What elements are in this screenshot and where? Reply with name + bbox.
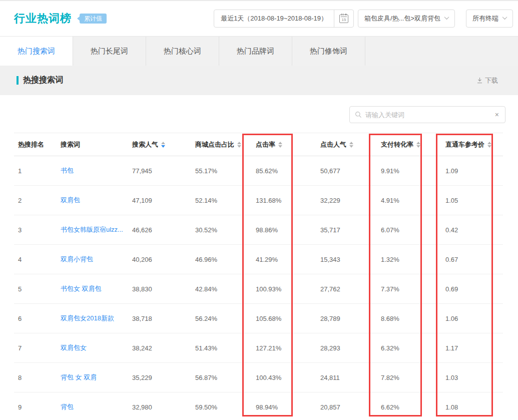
cell-click-rate: 127.21% (252, 333, 316, 363)
cell-search-popularity: 38,830 (128, 274, 191, 304)
cell-pay-conversion: 1.32% (377, 245, 441, 274)
cell-rank: 7 (14, 333, 57, 363)
search-icon (355, 111, 362, 118)
calendar-button[interactable]: 15 (334, 10, 353, 27)
sort-icon[interactable] (487, 142, 491, 148)
cell-rank: 5 (14, 274, 57, 304)
chevron-down-icon (444, 15, 449, 20)
tab-hot-modifier-words[interactable]: 热门修饰词 (292, 37, 365, 66)
table-row: 5 书包女 双肩包 38,830 42.84% 100.93% 27,762 7… (14, 274, 503, 304)
cell-ztc-price: 1.17 (441, 333, 503, 363)
cell-rank: 4 (14, 245, 57, 274)
calendar-icon: 15 (339, 15, 348, 23)
accent-bar (17, 76, 19, 85)
cell-keyword: 双肩包女 (57, 333, 128, 363)
cell-pay-conversion: 7.37% (377, 274, 441, 304)
cell-keyword: 书包 (57, 156, 128, 186)
col-header-search-popularity[interactable]: 搜索人气 (128, 133, 191, 156)
cell-click-popularity: 32,229 (316, 186, 377, 215)
sort-icon[interactable] (416, 142, 420, 148)
cell-keyword: 书包女 双肩包 (57, 274, 128, 304)
keyword-search-input[interactable] (365, 111, 494, 119)
terminal-select-label: 所有终端 (472, 14, 498, 23)
keyword-link[interactable]: 书包女 双肩包 (61, 285, 102, 292)
table-row: 2 双肩包 47,109 52.14% 131.68% 32,229 4.91%… (14, 186, 503, 215)
cell-search-popularity: 40,206 (128, 245, 191, 274)
cell-mall-click-share: 30.52% (191, 215, 252, 245)
terminal-select[interactable]: 所有终端 (466, 10, 513, 28)
keyword-link[interactable]: 双肩包女 (61, 344, 87, 351)
cell-keyword: 背包 女 双肩 (57, 363, 128, 392)
cell-keyword: 书包女韩版原宿ulzz... (57, 215, 128, 245)
keyword-search-box[interactable]: × (349, 106, 505, 123)
cell-pay-conversion: 4.91% (377, 186, 441, 215)
cell-click-rate: 131.68% (252, 186, 316, 215)
keyword-link[interactable]: 背包 (61, 403, 74, 410)
download-icon (476, 77, 483, 84)
cell-search-popularity: 38,718 (128, 304, 191, 333)
keyword-link[interactable]: 背包 女 双肩 (61, 373, 97, 381)
cell-pay-conversion: 8.68% (377, 304, 441, 333)
table-row: 6 双肩包女2018新款 38,718 56.24% 105.68% 28,78… (14, 304, 503, 333)
col-header-click-rate[interactable]: 点击率 (252, 133, 316, 156)
cell-pay-conversion: 6.32% (377, 333, 441, 363)
cell-keyword: 双肩包 (57, 186, 128, 215)
cumulative-value-badge: 累计值 (80, 14, 107, 24)
tab-hot-search-words[interactable]: 热门搜索词 (0, 37, 73, 66)
sort-icon[interactable] (349, 142, 353, 148)
search-row: × (0, 95, 518, 123)
cell-ztc-price: 1.06 (441, 304, 503, 333)
cell-ztc-price: 1.05 (441, 186, 503, 215)
col-header-click-popularity[interactable]: 点击人气 (316, 133, 377, 156)
cell-click-rate: 85.62% (252, 156, 316, 186)
col-header-rank: 热搜排名 (14, 133, 57, 156)
col-header-pay-conversion[interactable]: 支付转化率 (377, 133, 441, 156)
date-range-picker[interactable]: 最近1天（2018-08-19~2018-08-19） 15 (214, 10, 354, 28)
table-row: 3 书包女韩版原宿ulzz... 46,626 30.52% 98.86% 35… (14, 215, 503, 245)
cell-click-popularity: 28,789 (316, 304, 377, 333)
download-button[interactable]: 下载 (476, 76, 498, 85)
section-header: 热搜搜索词 下载 (0, 66, 518, 95)
cell-click-popularity: 50,677 (316, 156, 377, 186)
download-label: 下载 (485, 76, 498, 85)
keyword-link[interactable]: 书包 (61, 167, 74, 174)
header-controls: 最近1天（2018-08-19~2018-08-19） 15 箱包皮具/热...… (214, 10, 513, 28)
cell-click-popularity: 28,293 (316, 333, 377, 363)
cell-rank: 8 (14, 363, 57, 392)
cell-click-rate: 100.43% (252, 363, 316, 392)
sort-icon[interactable] (237, 142, 241, 148)
cell-ztc-price: 0.42 (441, 215, 503, 245)
cell-search-popularity: 77,945 (128, 156, 191, 186)
date-range-label[interactable]: 最近1天（2018-08-19~2018-08-19） (214, 10, 334, 27)
sort-icon[interactable] (278, 142, 282, 148)
keyword-link[interactable]: 双肩小背包 (61, 255, 93, 263)
table-row: 8 背包 女 双肩 35,229 56.87% 100.43% 24,811 7… (14, 363, 503, 392)
clear-search-icon[interactable]: × (494, 111, 500, 119)
col-header-mall-click-share[interactable]: 商城点击占比 (191, 133, 252, 156)
cell-click-popularity: 15,343 (316, 245, 377, 274)
sort-icon[interactable] (161, 142, 165, 148)
cell-keyword: 背包 (57, 392, 128, 420)
tab-hot-longtail-words[interactable]: 热门长尾词 (73, 37, 146, 66)
col-header-ztc-reference-price[interactable]: 直通车参考价 (441, 133, 503, 156)
cell-mall-click-share: 59.50% (191, 392, 252, 420)
keyword-link[interactable]: 双肩包女2018新款 (61, 314, 114, 322)
tab-hot-brand-words[interactable]: 热门品牌词 (219, 37, 292, 66)
tab-hot-core-words[interactable]: 热门核心词 (146, 37, 219, 66)
cell-rank: 9 (14, 392, 57, 420)
cell-rank: 6 (14, 304, 57, 333)
col-header-keyword: 搜索词 (57, 133, 128, 156)
cell-click-rate: 41.29% (252, 245, 316, 274)
cell-click-rate: 98.94% (252, 392, 316, 420)
cell-click-popularity: 27,762 (316, 274, 377, 304)
chevron-down-icon (502, 15, 507, 20)
keyword-link[interactable]: 书包女韩版原宿ulzz... (61, 226, 123, 233)
table-row: 9 背包 32,980 59.50% 98.94% 20,857 6.62% 1… (14, 392, 503, 420)
cell-mall-click-share: 55.17% (191, 156, 252, 186)
keyword-link[interactable]: 双肩包 (61, 196, 80, 204)
cell-search-popularity: 32,980 (128, 392, 191, 420)
cell-ztc-price: 1.09 (441, 156, 503, 186)
cell-pay-conversion: 7.82% (377, 363, 441, 392)
category-select[interactable]: 箱包皮具/热...包>双肩背包 (358, 10, 455, 28)
cell-search-popularity: 47,109 (128, 186, 191, 215)
